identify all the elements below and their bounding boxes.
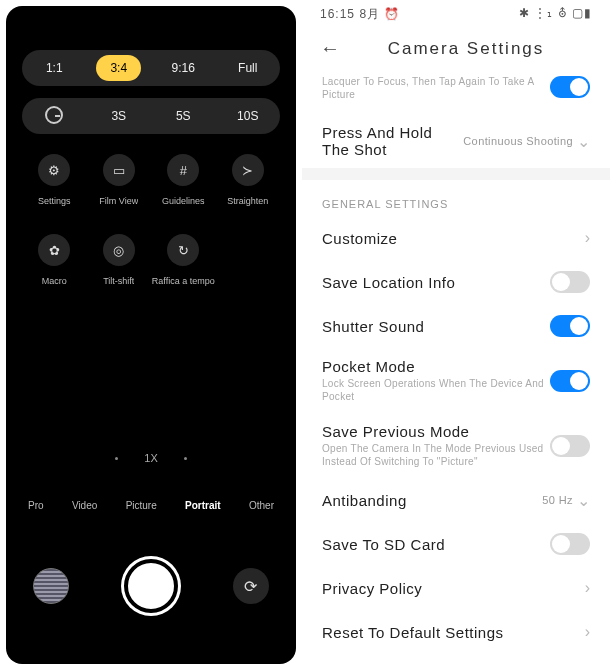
- gear-icon: ⚙: [48, 163, 60, 178]
- tool-burst-label: Raffica a tempo: [152, 276, 215, 286]
- tool-filmview-label: Film View: [99, 196, 138, 206]
- row-press-hold[interactable]: Press And Hold The Shot Continuous Shoot…: [302, 114, 610, 168]
- customize-label: Customize: [322, 230, 585, 247]
- press-hold-label: Press And Hold The Shot: [322, 124, 463, 158]
- row-save-location[interactable]: Save Location Info: [302, 260, 610, 304]
- grid-icon: #: [180, 163, 187, 178]
- zoom-dot-left: [115, 457, 118, 460]
- toggle-tap-focus[interactable]: [550, 76, 590, 98]
- chevron-right-icon: ›: [585, 623, 590, 641]
- aspect-ratio-selector: 1:1 3:4 9:16 Full: [22, 50, 280, 86]
- save-location-label: Save Location Info: [322, 274, 550, 291]
- zoom-level: 1X: [144, 452, 157, 464]
- tool-straighten[interactable]: ≻ Straighten: [216, 154, 281, 206]
- reset-label: Reset To Default Settings: [322, 624, 585, 641]
- toggle-pocket-mode[interactable]: [550, 370, 590, 392]
- ratio-full[interactable]: Full: [216, 61, 281, 75]
- back-button[interactable]: ←: [320, 37, 340, 60]
- filmview-icon: ▭: [113, 163, 125, 178]
- tiltshift-icon: ◎: [113, 243, 124, 258]
- antibanding-label: Antibanding: [322, 492, 542, 509]
- chevron-icon: ⌄: [577, 491, 590, 510]
- mode-other[interactable]: Other: [249, 500, 274, 511]
- toggle-save-sd[interactable]: [550, 533, 590, 555]
- chevron-right-icon: ›: [585, 229, 590, 247]
- straighten-icon: ≻: [242, 163, 253, 178]
- row-pocket-mode[interactable]: Pocket Mode Lock Screen Operations When …: [302, 348, 610, 413]
- switch-camera-icon: ⟳: [244, 577, 257, 596]
- tool-grid: ⚙ Settings ▭ Film View # Guidelines ≻ St…: [22, 154, 280, 286]
- row-shutter-sound[interactable]: Shutter Sound: [302, 304, 610, 348]
- tool-macro-label: Macro: [42, 276, 67, 286]
- privacy-label: Privacy Policy: [322, 580, 585, 597]
- ratio-3-4-selected: 3:4: [96, 55, 141, 81]
- toggle-save-location[interactable]: [550, 271, 590, 293]
- title-bar: ← Camera Settings: [302, 23, 610, 70]
- tool-burst[interactable]: ↻ Raffica a tempo: [151, 234, 216, 286]
- row-save-sd[interactable]: Save To SD Card: [302, 522, 610, 566]
- tool-settings[interactable]: ⚙ Settings: [22, 154, 87, 206]
- section-general: GENERAL SETTINGS: [302, 180, 610, 216]
- alarm-icon: ⏰: [384, 7, 400, 21]
- ratio-3-4[interactable]: 3:4: [87, 55, 152, 81]
- shutter-button[interactable]: [124, 559, 178, 613]
- timer-icon[interactable]: [22, 106, 87, 127]
- switch-camera-button[interactable]: ⟳: [233, 568, 269, 604]
- tool-guidelines[interactable]: # Guidelines: [151, 154, 216, 206]
- ratio-1-1[interactable]: 1:1: [22, 61, 87, 75]
- mode-picture[interactable]: Picture: [126, 500, 157, 511]
- status-icons: ✱ ⋮₁ ⛢ ▢▮: [519, 6, 592, 23]
- leaf-icon: ✿: [49, 243, 60, 258]
- zoom-dot-right: [184, 457, 187, 460]
- shutter-sound-label: Shutter Sound: [322, 318, 550, 335]
- tool-tiltshift-label: Tilt-shift: [103, 276, 134, 286]
- mode-video[interactable]: Video: [72, 500, 97, 511]
- mode-portrait[interactable]: Portrait: [185, 500, 221, 511]
- tool-settings-label: Settings: [38, 196, 71, 206]
- timer-10s[interactable]: 10S: [216, 109, 281, 123]
- timer-5s[interactable]: 5S: [151, 109, 216, 123]
- tap-focus-sub: Lacquer To Focus, Then Tap Again To Take…: [322, 75, 550, 101]
- status-date: 8月: [359, 7, 380, 21]
- mode-selector[interactable]: Pro Video Picture Portrait Other: [6, 500, 296, 511]
- tool-macro[interactable]: ✿ Macro: [22, 234, 87, 286]
- mode-pro[interactable]: Pro: [28, 500, 44, 511]
- ratio-9-16[interactable]: 9:16: [151, 61, 216, 75]
- save-sd-label: Save To SD Card: [322, 536, 550, 553]
- status-bar: 16:15 8月 ⏰ ✱ ⋮₁ ⛢ ▢▮: [302, 0, 610, 23]
- timer-3s[interactable]: 3S: [87, 109, 152, 123]
- row-reset[interactable]: Reset To Default Settings ›: [302, 610, 610, 654]
- toggle-save-previous[interactable]: [550, 435, 590, 457]
- row-customize[interactable]: Customize ›: [302, 216, 610, 260]
- tool-tiltshift[interactable]: ◎ Tilt-shift: [87, 234, 152, 286]
- save-previous-sub: Open The Camera In The Mode Previous Use…: [322, 442, 550, 468]
- chevron-icon: ⌄: [577, 132, 590, 151]
- row-antibanding[interactable]: Antibanding 50 Hz ⌄: [302, 478, 610, 522]
- save-previous-label: Save Previous Mode: [322, 423, 550, 440]
- page-title: Camera Settings: [360, 39, 572, 59]
- timer-selector: 3S 5S 10S: [22, 98, 280, 134]
- chevron-right-icon: ›: [585, 579, 590, 597]
- row-privacy[interactable]: Privacy Policy ›: [302, 566, 610, 610]
- row-tap-to-focus[interactable]: Lacquer To Focus, Then Tap Again To Take…: [302, 70, 610, 114]
- pocket-mode-sub: Lock Screen Operations When The Device A…: [322, 377, 550, 403]
- row-save-previous[interactable]: Save Previous Mode Open The Camera In Th…: [302, 413, 610, 478]
- gallery-thumbnail[interactable]: [33, 568, 69, 604]
- burst-icon: ↻: [178, 243, 189, 258]
- status-time: 16:15: [320, 7, 355, 21]
- antibanding-value: 50 Hz: [542, 494, 573, 506]
- camera-screen: 1:1 3:4 9:16 Full 3S 5S 10S ⚙ Settings ▭…: [6, 6, 296, 664]
- tool-filmview[interactable]: ▭ Film View: [87, 154, 152, 206]
- press-hold-value: Continuous Shooting: [463, 135, 573, 147]
- pocket-mode-label: Pocket Mode: [322, 358, 550, 375]
- tool-straighten-label: Straighten: [227, 196, 268, 206]
- zoom-selector[interactable]: 1X: [6, 452, 296, 464]
- toggle-shutter-sound[interactable]: [550, 315, 590, 337]
- shutter-row: ⟳: [6, 546, 296, 626]
- tool-guidelines-label: Guidelines: [162, 196, 205, 206]
